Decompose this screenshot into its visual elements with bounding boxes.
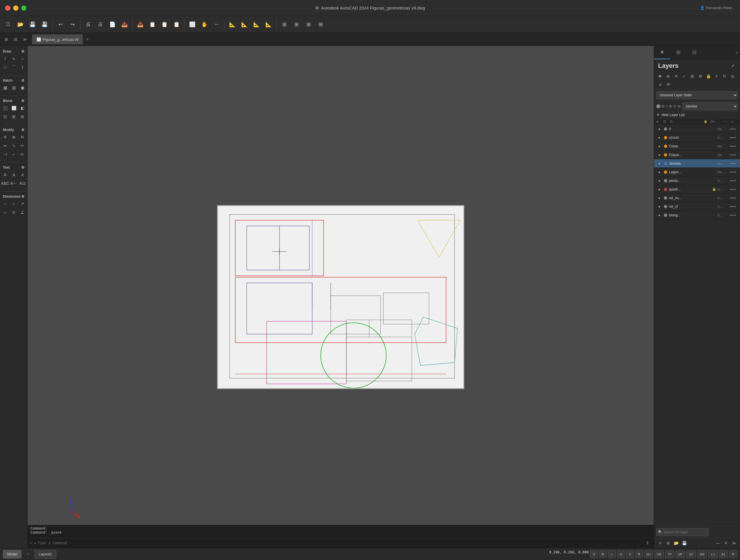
layer-close-btn[interactable]: ✕ [722, 539, 730, 547]
layer-vis-9[interactable]: ● [656, 204, 662, 210]
line-tool[interactable]: / [1, 54, 9, 63]
layer-row[interactable]: ● quadr... 🔒 0.... [654, 185, 740, 194]
ws-btn[interactable]: ⚙ [729, 550, 737, 558]
current-layer-select[interactable]: Janelas0circuloCotasEsqua...JanelasLegen… [682, 102, 738, 110]
layer-vis-0[interactable]: ● [656, 126, 662, 132]
sc-btn[interactable]: SC [686, 550, 696, 558]
dim4-tool[interactable]: ○ [1, 208, 9, 216]
pan-button[interactable]: ✋ [199, 19, 210, 30]
block1-tool[interactable]: ⬛ [1, 104, 9, 112]
layer-row[interactable]: ● 0 De... [654, 125, 740, 133]
layer-row[interactable]: ● triang... 0.... [654, 211, 740, 220]
snap1-button[interactable]: ⊞ [279, 19, 290, 30]
text2-tool[interactable]: 𝐀 [10, 171, 18, 179]
layer-row[interactable]: ● penta... 0.... [654, 177, 740, 185]
layer-row[interactable]: ● ret_r2 0.... [654, 202, 740, 211]
block6-tool[interactable]: ⊟ [18, 113, 26, 121]
view1-button[interactable]: 📐 [227, 19, 238, 30]
scale-tool[interactable]: ⤡ [10, 142, 18, 150]
import1-button[interactable]: 📥 [135, 19, 146, 30]
canvas-area[interactable]: Y X [27, 46, 654, 548]
layer-row[interactable]: ● Janelas De... [654, 159, 740, 168]
layer-state-select[interactable]: Unsaved Layer State [656, 91, 738, 99]
ortho-btn[interactable]: ⊥ [608, 550, 616, 558]
saveas-button[interactable]: 💾 [39, 19, 50, 30]
layer-expand2-btn[interactable]: ≫ [730, 539, 738, 547]
text6-tool[interactable]: A⊡ [18, 179, 26, 187]
tab-add-button[interactable]: ＋ [84, 36, 91, 43]
layer-row[interactable]: ● Legen... De... [654, 168, 740, 177]
layer-row[interactable]: ● ret_ou... 0.... [654, 194, 740, 202]
tp-btn[interactable]: TP [665, 550, 674, 558]
draw-settings-icon[interactable]: ⚙ [21, 49, 24, 53]
trim-tool[interactable]: ✂ [18, 142, 26, 150]
minimize-button[interactable] [13, 5, 18, 11]
layer-vis-6[interactable]: ● [656, 178, 662, 184]
layer-bottom-btn4[interactable]: 💾 [680, 539, 688, 547]
block4-tool[interactable]: ⊡ [1, 113, 9, 121]
import3-button[interactable]: 📋 [159, 19, 170, 30]
import4-button[interactable]: 📋 [171, 19, 182, 30]
layout-model-tab[interactable]: Model [3, 550, 21, 559]
layer-vis-10[interactable]: ● [656, 212, 662, 218]
text4-tool[interactable]: ABC [1, 179, 9, 187]
layer-bottom-btn1[interactable]: ≡ [656, 539, 664, 547]
layer-vis-1[interactable]: ● [656, 135, 662, 140]
layer-vis-3[interactable]: ● [656, 152, 662, 158]
text5-tool[interactable]: A↔ [10, 179, 18, 187]
anno-btn[interactable]: A1 [719, 550, 728, 558]
layer-vis-2[interactable]: ● [656, 143, 662, 149]
snap-btn[interactable]: ⊡ [590, 550, 598, 558]
layer-new-vp-btn[interactable]: ⊕ [664, 73, 672, 80]
modify-settings-icon[interactable]: ⚙ [21, 128, 24, 132]
tab-more-icon[interactable]: ≫ [21, 35, 29, 43]
block-settings-icon[interactable]: ⚙ [21, 99, 24, 103]
text1-tool[interactable]: A [1, 171, 9, 179]
arc-tool[interactable]: ⌒ [10, 63, 18, 71]
select-button[interactable]: ⬜ [187, 19, 198, 30]
view2-button[interactable]: 📐 [239, 19, 250, 30]
open-button[interactable]: 📂 [15, 19, 26, 30]
hatch3-tool[interactable]: ▣ [18, 84, 26, 92]
dim2-tool[interactable]: ↕ [10, 200, 18, 208]
layers-expand-icon[interactable]: ⤢ [730, 63, 736, 69]
hatch-settings-icon[interactable]: ⚙ [21, 79, 24, 83]
lw-btn[interactable]: LW [654, 550, 664, 558]
dimension-settings-icon[interactable]: ⚙ [21, 195, 24, 199]
rotate-tool[interactable]: ↻ [18, 133, 26, 141]
extend-tool[interactable]: ⊣ [1, 150, 9, 158]
maximize-button[interactable] [21, 5, 26, 11]
layout-add-btn[interactable]: ＋ [24, 551, 31, 558]
panel-expand-icon[interactable]: ⤢ [734, 49, 740, 56]
panel-tab-view[interactable]: ⊟ [686, 46, 702, 59]
orbit-button[interactable]: ↔ [211, 19, 222, 30]
mirror-tool[interactable]: ⇔ [1, 142, 9, 150]
drawing-tab[interactable]: ⬜ Figuras_g...etricas v9 [32, 34, 83, 44]
layer-vis-5[interactable]: ● [656, 169, 662, 175]
fillet-tool[interactable]: ⌐ [10, 150, 18, 158]
command-input[interactable] [38, 541, 642, 545]
layer-lock-btn[interactable]: 🔒 [705, 73, 712, 80]
block2-tool[interactable]: ⬜ [10, 104, 18, 112]
qp-btn[interactable]: QP [676, 550, 685, 558]
move-tool[interactable]: ✛ [1, 133, 9, 141]
polyline-tool[interactable]: ∿ [10, 54, 18, 63]
layer-lock-7[interactable]: 🔒 [711, 187, 717, 191]
view4-button[interactable]: 📐 [263, 19, 274, 30]
hatch-tool[interactable]: ▦ [1, 84, 9, 92]
col-more-hdr[interactable]: ≡ [731, 120, 738, 123]
hide-layer-row[interactable]: ▼ Hide Layer List [654, 112, 740, 118]
layer-bottom-btn2[interactable]: ⊕ [664, 539, 672, 547]
layer-vis-4[interactable]: ● [656, 160, 662, 166]
col-name[interactable]: N... [670, 120, 696, 123]
text3-tool[interactable]: 𝘈 [18, 171, 26, 179]
layer-more-btn[interactable]: ≫ [664, 81, 672, 88]
copy-tool[interactable]: ⊕ [10, 133, 18, 141]
layer-row[interactable]: ● circulo 0.... [654, 133, 740, 142]
layer-new-btn[interactable]: ✚ [656, 73, 664, 80]
layer-settings-btn[interactable]: ⚙ [697, 73, 704, 80]
layer-row[interactable]: ● Esqua... De... [654, 150, 740, 159]
layer-filter-btn[interactable]: ≡ [713, 73, 720, 80]
dim1-tool[interactable]: ↔ [1, 200, 9, 208]
tab-list-icon[interactable]: ⊞ [2, 35, 10, 43]
